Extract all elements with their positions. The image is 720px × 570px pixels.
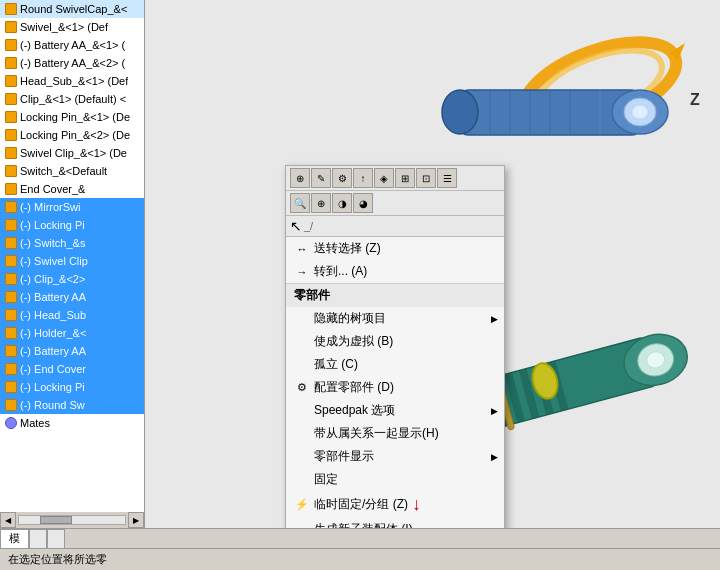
scroll-left-arrow[interactable]: ◀ xyxy=(0,512,16,528)
tree-item-20[interactable]: (-) Battery AA xyxy=(0,342,144,360)
ctx-tool-btn-5[interactable]: ◈ xyxy=(374,168,394,188)
ctx-tool-btn-2[interactable]: ✎ xyxy=(311,168,331,188)
tree-item-label-7: Locking Pin_&<1> (De xyxy=(20,111,130,123)
tree-item-15[interactable]: (-) Swivel Clip xyxy=(0,252,144,270)
tree-item-5[interactable]: Head_Sub_&<1> (Def xyxy=(0,72,144,90)
cursor-icon: ↖ xyxy=(290,218,302,234)
ctx-item-4[interactable]: Speedpak 选项 xyxy=(286,399,504,422)
tree-item-label-15: (-) Swivel Clip xyxy=(20,255,88,267)
part-icon-3 xyxy=(4,38,18,52)
tree-item-label-3: (-) Battery AA_&<1> ( xyxy=(20,39,125,51)
tree-item-21[interactable]: (-) End Cover xyxy=(0,360,144,378)
nav-tab-3[interactable] xyxy=(47,529,65,549)
tree-item-23[interactable]: (-) Round Sw xyxy=(0,396,144,414)
ctx-item-6[interactable]: 零部件显示 xyxy=(286,445,504,468)
tree-item-19[interactable]: (-) Holder_&< xyxy=(0,324,144,342)
ctx-transfer-select[interactable]: ↔ 送转选择 (Z) xyxy=(286,237,504,260)
ctx-item-label-8: 临时固定/分组 (Z) xyxy=(314,496,408,513)
part-icon-13 xyxy=(4,218,18,232)
ctx-item-1[interactable]: 使成为虚拟 (B) xyxy=(286,330,504,353)
ctx-item-9[interactable]: 生成新子装配体 (I) xyxy=(286,518,504,528)
tree-item-label-13: (-) Locking Pi xyxy=(20,219,85,231)
tree-item-22[interactable]: (-) Locking Pi xyxy=(0,378,144,396)
tree-item-label-21: (-) End Cover xyxy=(20,363,86,375)
ctx-item-icon-7 xyxy=(294,472,310,488)
status-text: 在选定位置将所选零 xyxy=(8,552,107,567)
ctx-tool-full[interactable]: ◕ xyxy=(353,193,373,213)
ctx-transfer-label: 送转选择 (Z) xyxy=(314,240,381,257)
tree-item-17[interactable]: (-) Battery AA xyxy=(0,288,144,306)
ctx-item-label-2: 孤立 (C) xyxy=(314,356,358,373)
ctx-item-label-6: 零部件显示 xyxy=(314,448,374,465)
ctx-item-icon-0 xyxy=(294,311,310,327)
tree-item-label-4: (-) Battery AA_&<2> ( xyxy=(20,57,125,69)
scroll-track[interactable] xyxy=(18,515,126,525)
ctx-item-icon-9 xyxy=(294,522,310,529)
status-bar: 在选定位置将所选零 xyxy=(0,548,720,570)
tree-item-3[interactable]: (-) Battery AA_&<1> ( xyxy=(0,36,144,54)
tree-item-16[interactable]: (-) Clip_&<2> xyxy=(0,270,144,288)
tree-item-2[interactable]: Swivel_&<1> (Def xyxy=(0,18,144,36)
tree-item-label-11: End Cover_& xyxy=(20,183,85,195)
part-icon-17 xyxy=(4,290,18,304)
part-icon-5 xyxy=(4,74,18,88)
viewport[interactable]: Z xyxy=(145,0,720,528)
mates-icon-24 xyxy=(4,416,18,430)
tree-item-label-10: Switch_&<Default xyxy=(20,165,107,177)
ctx-tool-btn-1[interactable]: ⊕ xyxy=(290,168,310,188)
ctx-item-label-7: 固定 xyxy=(314,471,338,488)
ctx-item-label-3: 配置零部件 (D) xyxy=(314,379,394,396)
ctx-item-label-5: 带从属关系一起显示(H) xyxy=(314,425,439,442)
ctx-item-3[interactable]: ⚙配置零部件 (D) xyxy=(286,376,504,399)
ctx-tool-btn-8[interactable]: ☰ xyxy=(437,168,457,188)
ctx-tool-half[interactable]: ◑ xyxy=(332,193,352,213)
part-icon-10 xyxy=(4,164,18,178)
transfer-icon: ↔ xyxy=(294,241,310,257)
tree-item-9[interactable]: Swivel Clip_&<1> (De xyxy=(0,144,144,162)
ctx-goto-label: 转到... (A) xyxy=(314,263,367,280)
tree-item-11[interactable]: End Cover_& xyxy=(0,180,144,198)
part-icon-9 xyxy=(4,146,18,160)
ctx-tool-btn-3[interactable]: ⚙ xyxy=(332,168,352,188)
ctx-search-row: ↖ _/ xyxy=(286,216,504,237)
tree-item-label-8: Locking Pin_&<2> (De xyxy=(20,129,130,141)
tree-item-label-22: (-) Locking Pi xyxy=(20,381,85,393)
tree-item-12[interactable]: (-) MirrorSwi xyxy=(0,198,144,216)
ctx-item-0[interactable]: 隐藏的树项目 xyxy=(286,307,504,330)
ctx-tool-add[interactable]: ⊕ xyxy=(311,193,331,213)
tree-item-18[interactable]: (-) Head_Sub xyxy=(0,306,144,324)
tree-item-8[interactable]: Locking Pin_&<2> (De xyxy=(0,126,144,144)
part-icon-16 xyxy=(4,272,18,286)
tree-item-13[interactable]: (-) Locking Pi xyxy=(0,216,144,234)
ctx-item-8[interactable]: ⚡临时固定/分组 (Z)↓ xyxy=(286,491,504,518)
ctx-goto[interactable]: → 转到... (A) xyxy=(286,260,504,283)
tree-scrollbar[interactable]: ◀ ▶ xyxy=(0,512,144,528)
ctx-toolbar-row1: ⊕ ✎ ⚙ ↑ ◈ ⊞ ⊡ ☰ xyxy=(286,166,504,191)
ctx-item-2[interactable]: 孤立 (C) xyxy=(286,353,504,376)
ctx-tool-btn-7[interactable]: ⊡ xyxy=(416,168,436,188)
tree-item-14[interactable]: (-) Switch_&s xyxy=(0,234,144,252)
part-icon-7 xyxy=(4,110,18,124)
part-icon-12 xyxy=(4,200,18,214)
nav-tab-model[interactable]: 模 xyxy=(0,529,29,549)
tree-item-1[interactable]: Round SwivelCap_&< xyxy=(0,0,144,18)
tree-item-10[interactable]: Switch_&<Default xyxy=(0,162,144,180)
tree-item-7[interactable]: Locking Pin_&<1> (De xyxy=(0,108,144,126)
ctx-item-icon-2 xyxy=(294,357,310,373)
ctx-tool-btn-6[interactable]: ⊞ xyxy=(395,168,415,188)
part-icon-22 xyxy=(4,380,18,394)
ctx-item-label-4: Speedpak 选项 xyxy=(314,402,395,419)
ctx-tool-btn-4[interactable]: ↑ xyxy=(353,168,373,188)
ctx-item-5[interactable]: 带从属关系一起显示(H) xyxy=(286,422,504,445)
scroll-thumb[interactable] xyxy=(40,516,72,524)
tree-item-4[interactable]: (-) Battery AA_&<2> ( xyxy=(0,54,144,72)
tree-item-24[interactable]: Mates xyxy=(0,414,144,432)
scroll-right-arrow[interactable]: ▶ xyxy=(128,512,144,528)
tree-item-label-16: (-) Clip_&<2> xyxy=(20,273,85,285)
ctx-item-7[interactable]: 固定 xyxy=(286,468,504,491)
part-icon-2 xyxy=(4,20,18,34)
tree-item-label-12: (-) MirrorSwi xyxy=(20,201,80,213)
nav-tab-2[interactable] xyxy=(29,529,47,549)
tree-item-6[interactable]: Clip_&<1> (Default) < xyxy=(0,90,144,108)
ctx-tool-search[interactable]: 🔍 xyxy=(290,193,310,213)
